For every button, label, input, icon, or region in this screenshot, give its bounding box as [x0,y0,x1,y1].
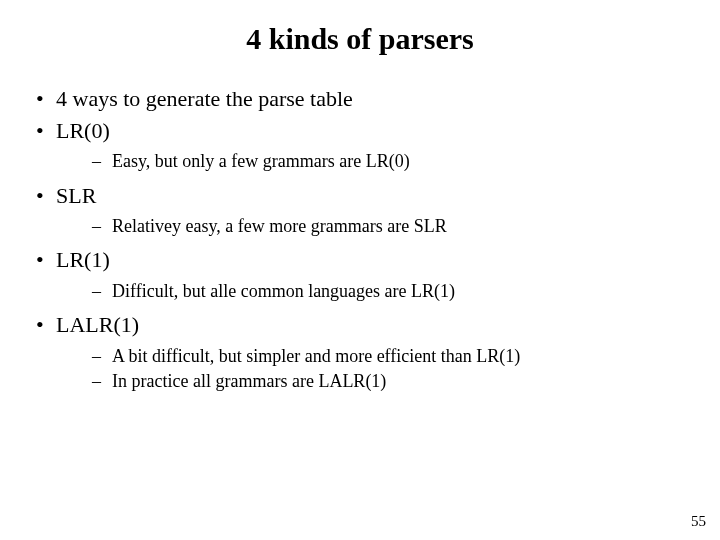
slide-title: 4 kinds of parsers [30,22,690,56]
sub-list: A bit difficult, but simpler and more ef… [56,344,690,394]
sub-list-item: Difficult, but alle common languages are… [56,279,690,304]
slide: 4 kinds of parsers 4 ways to generate th… [0,0,720,540]
sub-list: Difficult, but alle common languages are… [56,279,690,304]
sub-bullet-text: Relativey easy, a few more grammars are … [112,216,447,236]
sub-list-item: Easy, but only a few grammars are LR(0) [56,149,690,174]
sub-bullet-text: Difficult, but alle common languages are… [112,281,455,301]
list-item: LR(0) Easy, but only a few grammars are … [30,116,690,175]
list-item: LR(1) Difficult, but alle common languag… [30,245,690,304]
bullet-text: 4 ways to generate the parse table [56,86,353,111]
sub-bullet-text: A bit difficult, but simpler and more ef… [112,346,520,366]
sub-list-item: A bit difficult, but simpler and more ef… [56,344,690,369]
page-number: 55 [691,513,706,530]
sub-list-item: Relativey easy, a few more grammars are … [56,214,690,239]
sub-list: Relativey easy, a few more grammars are … [56,214,690,239]
bullet-list: 4 ways to generate the parse table LR(0)… [30,84,690,394]
list-item: 4 ways to generate the parse table [30,84,690,114]
bullet-text: LALR(1) [56,312,139,337]
bullet-text: SLR [56,183,96,208]
sub-list: Easy, but only a few grammars are LR(0) [56,149,690,174]
bullet-text: LR(1) [56,247,110,272]
sub-bullet-text: Easy, but only a few grammars are LR(0) [112,151,410,171]
sub-list-item: In practice all grammars are LALR(1) [56,369,690,394]
bullet-text: LR(0) [56,118,110,143]
list-item: SLR Relativey easy, a few more grammars … [30,181,690,240]
list-item: LALR(1) A bit difficult, but simpler and… [30,310,690,394]
sub-bullet-text: In practice all grammars are LALR(1) [112,371,386,391]
